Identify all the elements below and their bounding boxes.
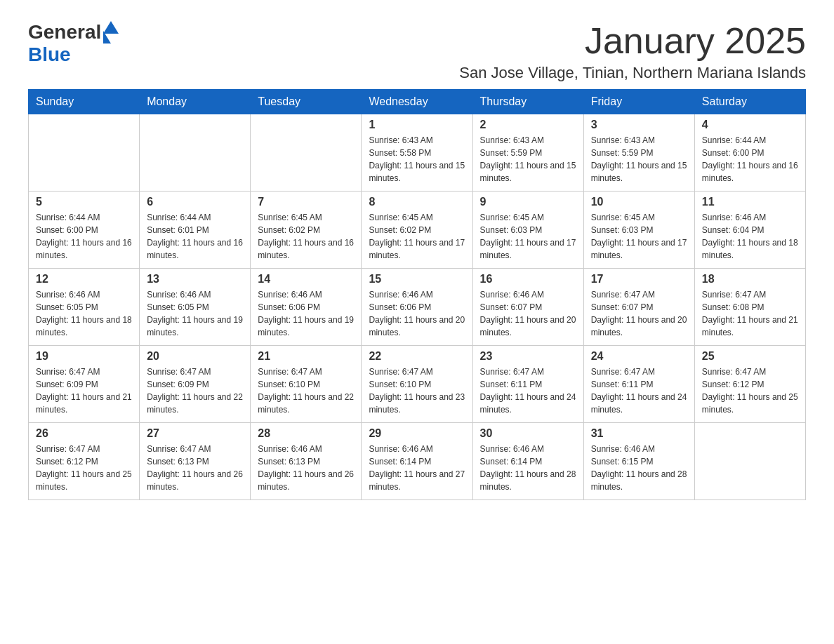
- day-info: Sunrise: 6:46 AMSunset: 6:04 PMDaylight:…: [702, 211, 798, 262]
- day-info: Sunrise: 6:47 AMSunset: 6:10 PMDaylight:…: [258, 365, 354, 416]
- day-info: Sunrise: 6:46 AMSunset: 6:14 PMDaylight:…: [369, 443, 465, 493]
- day-number: 31: [591, 427, 687, 440]
- calendar-cell: 17Sunrise: 6:47 AMSunset: 6:07 PMDayligh…: [583, 269, 694, 346]
- calendar-cell: 27Sunrise: 6:47 AMSunset: 6:13 PMDayligh…: [140, 423, 251, 500]
- day-info: Sunrise: 6:46 AMSunset: 6:05 PMDaylight:…: [36, 288, 132, 339]
- day-number: 27: [147, 427, 243, 440]
- calendar-week-row: 5Sunrise: 6:44 AMSunset: 6:00 PMDaylight…: [29, 192, 806, 269]
- day-info: Sunrise: 6:46 AMSunset: 6:13 PMDaylight:…: [258, 443, 354, 493]
- calendar-cell: 3Sunrise: 6:43 AMSunset: 5:59 PMDaylight…: [583, 114, 694, 192]
- day-number: 14: [258, 273, 354, 286]
- day-info: Sunrise: 6:46 AMSunset: 6:07 PMDaylight:…: [480, 288, 576, 339]
- day-number: 20: [147, 350, 243, 363]
- day-number: 9: [480, 196, 576, 208]
- day-number: 6: [147, 196, 243, 208]
- calendar-cell: 29Sunrise: 6:46 AMSunset: 6:14 PMDayligh…: [362, 423, 472, 500]
- calendar-cell: 2Sunrise: 6:43 AMSunset: 5:59 PMDaylight…: [472, 114, 583, 192]
- day-info: Sunrise: 6:47 AMSunset: 6:13 PMDaylight:…: [147, 443, 243, 493]
- calendar-cell: 10Sunrise: 6:45 AMSunset: 6:03 PMDayligh…: [583, 192, 694, 269]
- day-number: 1: [369, 119, 465, 131]
- calendar-cell: 7Sunrise: 6:45 AMSunset: 6:02 PMDaylight…: [251, 192, 362, 269]
- calendar-cell: 25Sunrise: 6:47 AMSunset: 6:12 PMDayligh…: [694, 346, 805, 423]
- calendar-cell: [694, 423, 805, 500]
- day-info: Sunrise: 6:43 AMSunset: 5:59 PMDaylight:…: [591, 134, 687, 185]
- calendar-header-thursday: Thursday: [472, 90, 583, 114]
- calendar-header-friday: Friday: [583, 90, 694, 114]
- day-info: Sunrise: 6:47 AMSunset: 6:07 PMDaylight:…: [591, 288, 687, 339]
- calendar-cell: 21Sunrise: 6:47 AMSunset: 6:10 PMDayligh…: [251, 346, 362, 423]
- calendar-header-monday: Monday: [140, 90, 251, 114]
- calendar-week-row: 1Sunrise: 6:43 AMSunset: 5:58 PMDaylight…: [29, 114, 806, 192]
- calendar-cell: 16Sunrise: 6:46 AMSunset: 6:07 PMDayligh…: [472, 269, 583, 346]
- calendar-cell: 11Sunrise: 6:46 AMSunset: 6:04 PMDayligh…: [694, 192, 805, 269]
- day-info: Sunrise: 6:47 AMSunset: 6:11 PMDaylight:…: [591, 365, 687, 416]
- day-info: Sunrise: 6:47 AMSunset: 6:09 PMDaylight:…: [36, 365, 132, 416]
- logo: General Blue: [28, 21, 119, 66]
- calendar-cell: 12Sunrise: 6:46 AMSunset: 6:05 PMDayligh…: [29, 269, 140, 346]
- day-number: 23: [480, 350, 576, 363]
- day-number: 22: [369, 350, 465, 363]
- calendar-cell: 6Sunrise: 6:44 AMSunset: 6:01 PMDaylight…: [140, 192, 251, 269]
- calendar-header-row: SundayMondayTuesdayWednesdayThursdayFrid…: [29, 90, 806, 114]
- calendar-cell: 14Sunrise: 6:46 AMSunset: 6:06 PMDayligh…: [251, 269, 362, 346]
- day-info: Sunrise: 6:45 AMSunset: 6:02 PMDaylight:…: [258, 211, 354, 262]
- day-info: Sunrise: 6:47 AMSunset: 6:08 PMDaylight:…: [702, 288, 798, 339]
- day-info: Sunrise: 6:44 AMSunset: 6:00 PMDaylight:…: [36, 211, 132, 262]
- day-number: 21: [258, 350, 354, 363]
- calendar-week-row: 19Sunrise: 6:47 AMSunset: 6:09 PMDayligh…: [29, 346, 806, 423]
- calendar-table: SundayMondayTuesdayWednesdayThursdayFrid…: [28, 89, 806, 500]
- day-number: 24: [591, 350, 687, 363]
- day-number: 2: [480, 119, 576, 131]
- calendar-cell: 9Sunrise: 6:45 AMSunset: 6:03 PMDaylight…: [472, 192, 583, 269]
- day-number: 8: [369, 196, 465, 208]
- day-number: 16: [480, 273, 576, 286]
- day-info: Sunrise: 6:45 AMSunset: 6:02 PMDaylight:…: [369, 211, 465, 262]
- day-number: 13: [147, 273, 243, 286]
- day-info: Sunrise: 6:44 AMSunset: 6:00 PMDaylight:…: [702, 134, 798, 185]
- day-number: 30: [480, 427, 576, 440]
- calendar-header-saturday: Saturday: [694, 90, 805, 114]
- title-area: January 2025 San Jose Village, Tinian, N…: [459, 21, 806, 82]
- calendar-week-row: 26Sunrise: 6:47 AMSunset: 6:12 PMDayligh…: [29, 423, 806, 500]
- day-info: Sunrise: 6:45 AMSunset: 6:03 PMDaylight:…: [591, 211, 687, 262]
- day-number: 28: [258, 427, 354, 440]
- day-number: 26: [36, 427, 132, 440]
- calendar-cell: 15Sunrise: 6:46 AMSunset: 6:06 PMDayligh…: [362, 269, 472, 346]
- day-number: 15: [369, 273, 465, 286]
- day-info: Sunrise: 6:47 AMSunset: 6:12 PMDaylight:…: [702, 365, 798, 416]
- day-info: Sunrise: 6:47 AMSunset: 6:09 PMDaylight:…: [147, 365, 243, 416]
- calendar-cell: [140, 114, 251, 192]
- day-number: 4: [702, 119, 798, 131]
- day-info: Sunrise: 6:47 AMSunset: 6:10 PMDaylight:…: [369, 365, 465, 416]
- calendar-header-wednesday: Wednesday: [362, 90, 472, 114]
- calendar-cell: 30Sunrise: 6:46 AMSunset: 6:14 PMDayligh…: [472, 423, 583, 500]
- day-number: 18: [702, 273, 798, 286]
- calendar-cell: 1Sunrise: 6:43 AMSunset: 5:58 PMDaylight…: [362, 114, 472, 192]
- day-info: Sunrise: 6:46 AMSunset: 6:05 PMDaylight:…: [147, 288, 243, 339]
- day-info: Sunrise: 6:44 AMSunset: 6:01 PMDaylight:…: [147, 211, 243, 262]
- calendar-cell: 5Sunrise: 6:44 AMSunset: 6:00 PMDaylight…: [29, 192, 140, 269]
- day-info: Sunrise: 6:47 AMSunset: 6:11 PMDaylight:…: [480, 365, 576, 416]
- calendar-cell: [251, 114, 362, 192]
- day-info: Sunrise: 6:46 AMSunset: 6:15 PMDaylight:…: [591, 443, 687, 493]
- calendar-cell: 22Sunrise: 6:47 AMSunset: 6:10 PMDayligh…: [362, 346, 472, 423]
- day-number: 10: [591, 196, 687, 208]
- location-title: San Jose Village, Tinian, Northern Maria…: [459, 64, 806, 82]
- day-number: 5: [36, 196, 132, 208]
- calendar-cell: 8Sunrise: 6:45 AMSunset: 6:02 PMDaylight…: [362, 192, 472, 269]
- calendar-cell: 13Sunrise: 6:46 AMSunset: 6:05 PMDayligh…: [140, 269, 251, 346]
- day-number: 11: [702, 196, 798, 208]
- calendar-header-tuesday: Tuesday: [251, 90, 362, 114]
- day-info: Sunrise: 6:46 AMSunset: 6:06 PMDaylight:…: [369, 288, 465, 339]
- calendar-cell: 20Sunrise: 6:47 AMSunset: 6:09 PMDayligh…: [140, 346, 251, 423]
- page-header: General Blue January 2025 San Jose Villa…: [28, 21, 806, 82]
- logo-blue-text: Blue: [28, 43, 71, 66]
- calendar-header-sunday: Sunday: [29, 90, 140, 114]
- day-info: Sunrise: 6:46 AMSunset: 6:14 PMDaylight:…: [480, 443, 576, 493]
- calendar-cell: 26Sunrise: 6:47 AMSunset: 6:12 PMDayligh…: [29, 423, 140, 500]
- calendar-cell: 23Sunrise: 6:47 AMSunset: 6:11 PMDayligh…: [472, 346, 583, 423]
- day-number: 7: [258, 196, 354, 208]
- day-number: 12: [36, 273, 132, 286]
- day-info: Sunrise: 6:43 AMSunset: 5:59 PMDaylight:…: [480, 134, 576, 185]
- calendar-week-row: 12Sunrise: 6:46 AMSunset: 6:05 PMDayligh…: [29, 269, 806, 346]
